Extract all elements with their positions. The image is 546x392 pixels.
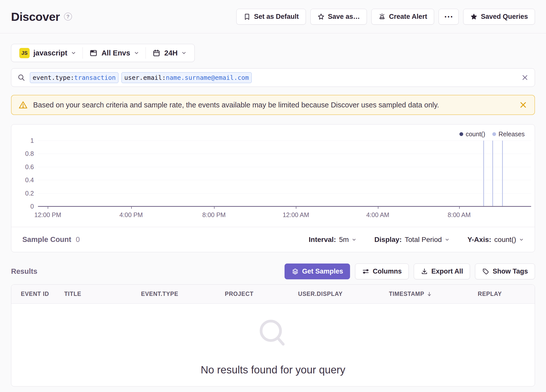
release-marker[interactable]	[502, 141, 503, 206]
export-all-label: Export All	[431, 268, 463, 275]
display-label: Display:	[374, 236, 402, 244]
clear-search-icon[interactable]	[521, 74, 529, 81]
tick-mark	[131, 206, 132, 209]
column-header-label: EVENT ID	[21, 291, 49, 297]
x-axis-tick-label: 4:00 PM	[119, 211, 143, 219]
tick-mark	[214, 206, 215, 209]
siren-icon	[378, 13, 386, 20]
no-results-text: No results found for your query	[201, 364, 346, 376]
star-filled-icon	[470, 13, 477, 20]
column-header-label: REPLAY	[478, 291, 502, 297]
saved-queries-label: Saved Queries	[481, 13, 528, 21]
sampled-data-warning-banner: Based on your search criteria and sample…	[11, 95, 535, 115]
get-samples-button[interactable]: Get Samples	[285, 264, 350, 279]
discover-page: Discover ? Set as Default Save as… Creat…	[0, 0, 546, 392]
save-as-label: Save as…	[328, 13, 360, 21]
token-key: user.email:	[124, 74, 166, 81]
save-as-button[interactable]: Save as…	[310, 9, 367, 25]
empty-search-icon	[254, 314, 293, 353]
results-header-row: Results Get Samples Columns Export All S…	[11, 263, 535, 280]
tick-mark	[296, 206, 296, 209]
set-as-default-button[interactable]: Set as Default	[236, 9, 306, 25]
legend-item-count[interactable]: count()	[459, 130, 485, 138]
release-marker[interactable]	[492, 141, 493, 206]
column-header-label: TIMESTAMP	[389, 291, 424, 297]
events-chart-panel: count() Releases 1 0.8 0.6 0.4 0.2 0	[11, 124, 535, 252]
star-outline-icon	[317, 13, 325, 20]
gridline	[38, 193, 531, 193]
top-bar: Discover ? Set as Default Save as… Creat…	[0, 0, 546, 33]
token-value: transaction	[74, 74, 116, 81]
gridline	[38, 154, 531, 154]
gridline	[38, 167, 531, 167]
chevron-down-icon	[71, 50, 76, 55]
chart-footer: Sample Count 0 Interval: 5m Display: Tot…	[11, 227, 535, 252]
table-header-row: EVENT ID TITLE EVENT.TYPE PROJECT USER.D…	[11, 285, 535, 304]
download-icon	[421, 268, 428, 275]
sample-count-value: 0	[76, 235, 80, 244]
table-empty-state: No results found for your query	[11, 304, 535, 386]
calendar-icon	[152, 49, 161, 57]
search-token-event-type[interactable]: event.type:transaction	[30, 72, 118, 83]
dismiss-banner-icon[interactable]	[519, 101, 527, 109]
column-header-user-display[interactable]: USER.DISPLAY	[298, 291, 389, 297]
columns-button[interactable]: Columns	[355, 264, 409, 279]
bookmark-icon	[243, 13, 251, 20]
interval-dropdown[interactable]: Interval: 5m	[309, 236, 356, 244]
chart-plot-area: 1 0.8 0.6 0.4 0.2 0 12:00 PM 4:00 PM 8:0…	[38, 141, 531, 206]
column-header-label: EVENT.TYPE	[141, 291, 178, 297]
display-value: Total Period	[405, 236, 442, 244]
tag-icon	[482, 268, 489, 275]
column-header-event-type[interactable]: EVENT.TYPE	[141, 291, 225, 297]
y-axis-tick-label: 0	[30, 203, 34, 210]
release-marker[interactable]	[483, 141, 484, 206]
stack-icon	[292, 268, 299, 275]
column-header-title[interactable]: TITLE	[64, 291, 141, 297]
interval-value: 5m	[339, 236, 349, 244]
column-header-timestamp[interactable]: TIMESTAMP	[389, 291, 478, 297]
chart-legend: count() Releases	[459, 130, 525, 138]
search-token-user-email[interactable]: user.email:name.surname@email.com	[121, 72, 252, 83]
legend-item-releases[interactable]: Releases	[492, 130, 525, 138]
search-input[interactable]: event.type:transaction user.email:name.s…	[11, 68, 535, 87]
column-header-label: PROJECT	[225, 291, 253, 297]
y-axis-tick-label: 0.2	[25, 189, 34, 197]
gridline	[38, 180, 531, 180]
column-header-event-id[interactable]: EVENT ID	[21, 291, 64, 297]
column-header-project[interactable]: PROJECT	[225, 291, 298, 297]
filter-bar: JS javascript All Envs 24H	[11, 44, 195, 62]
x-axis-line	[38, 206, 531, 207]
create-alert-label: Create Alert	[389, 13, 427, 21]
legend-releases-label: Releases	[499, 130, 525, 138]
show-tags-button[interactable]: Show Tags	[475, 264, 535, 279]
token-value: name.surname@email.com	[166, 74, 249, 81]
gridline	[38, 141, 531, 141]
tick-mark	[378, 206, 378, 209]
time-range-label: 24H	[164, 49, 178, 57]
display-dropdown[interactable]: Display: Total Period	[374, 236, 449, 244]
more-options-button[interactable]: ⋯	[439, 9, 459, 25]
create-alert-button[interactable]: Create Alert	[371, 9, 434, 25]
warning-triangle-icon	[19, 100, 28, 109]
count-series-dot	[459, 132, 463, 136]
y-axis-tick-label: 0.6	[25, 163, 34, 170]
help-icon[interactable]: ?	[64, 13, 72, 21]
token-key: event.type:	[33, 74, 74, 81]
saved-queries-button[interactable]: Saved Queries	[463, 9, 535, 25]
chart-footer-controls: Interval: 5m Display: Total Period Y-Axi…	[309, 236, 524, 244]
interval-label: Interval:	[309, 236, 336, 244]
chevron-down-icon	[181, 50, 186, 55]
column-header-replay[interactable]: REPLAY	[478, 291, 535, 297]
project-filter-dropdown[interactable]: JS javascript	[13, 44, 83, 62]
y-axis-value: count()	[494, 236, 516, 244]
javascript-badge: JS	[19, 48, 30, 58]
time-range-dropdown[interactable]: 24H	[146, 44, 193, 62]
environment-filter-dropdown[interactable]: All Envs	[83, 44, 145, 62]
y-axis-dropdown[interactable]: Y-Axis: count()	[467, 236, 524, 244]
results-table: EVENT ID TITLE EVENT.TYPE PROJECT USER.D…	[11, 284, 535, 386]
columns-label: Columns	[373, 268, 402, 275]
export-all-button[interactable]: Export All	[414, 264, 470, 279]
x-axis-tick-label: 12:00 AM	[283, 211, 309, 219]
sort-descending-arrow-icon	[426, 291, 432, 297]
legend-count-label: count()	[466, 130, 485, 138]
